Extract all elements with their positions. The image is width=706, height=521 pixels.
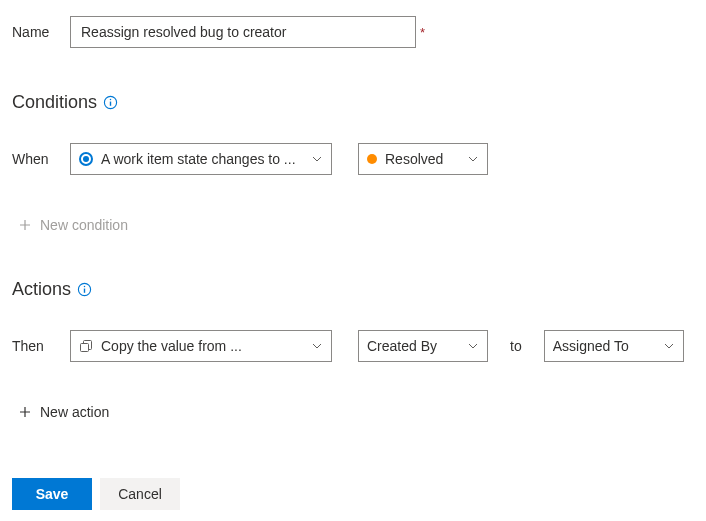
chevron-down-icon bbox=[467, 154, 479, 164]
plus-icon bbox=[18, 405, 32, 419]
footer: Save Cancel bbox=[12, 478, 694, 510]
conditions-heading: Conditions bbox=[12, 92, 694, 113]
svg-point-5 bbox=[84, 286, 86, 288]
name-input[interactable] bbox=[81, 24, 405, 40]
svg-point-2 bbox=[110, 99, 112, 101]
trigger-dropdown[interactable]: A work item state changes to ... bbox=[70, 143, 332, 175]
to-field-dropdown[interactable]: Assigned To bbox=[544, 330, 684, 362]
svg-rect-7 bbox=[81, 344, 89, 352]
then-row: Then Copy the value from ... Created By bbox=[12, 330, 694, 362]
chevron-down-icon bbox=[311, 341, 323, 351]
new-condition-button[interactable]: New condition bbox=[18, 217, 694, 233]
plus-icon bbox=[18, 218, 32, 232]
name-input-wrapper bbox=[70, 16, 416, 48]
chevron-down-icon bbox=[663, 341, 675, 351]
actions-heading-text: Actions bbox=[12, 279, 71, 300]
info-icon[interactable] bbox=[77, 282, 92, 297]
from-field-dropdown[interactable]: Created By bbox=[358, 330, 488, 362]
actions-heading: Actions bbox=[12, 279, 694, 300]
to-label: to bbox=[510, 338, 522, 354]
then-label: Then bbox=[12, 338, 70, 354]
radio-icon bbox=[79, 152, 93, 166]
new-condition-label: New condition bbox=[40, 217, 128, 233]
conditions-heading-text: Conditions bbox=[12, 92, 97, 113]
new-action-label: New action bbox=[40, 404, 109, 420]
chevron-down-icon bbox=[311, 154, 323, 164]
trigger-dropdown-label: A work item state changes to ... bbox=[101, 151, 296, 167]
when-label: When bbox=[12, 151, 70, 167]
name-label: Name bbox=[12, 24, 70, 40]
copy-icon bbox=[79, 339, 93, 353]
action-dropdown-label: Copy the value from ... bbox=[101, 338, 242, 354]
state-dropdown-label: Resolved bbox=[385, 151, 443, 167]
state-color-dot bbox=[367, 154, 377, 164]
name-row: Name * bbox=[12, 16, 694, 48]
state-dropdown[interactable]: Resolved bbox=[358, 143, 488, 175]
info-icon[interactable] bbox=[103, 95, 118, 110]
when-row: When A work item state changes to ... Re… bbox=[12, 143, 694, 175]
action-dropdown[interactable]: Copy the value from ... bbox=[70, 330, 332, 362]
cancel-button[interactable]: Cancel bbox=[100, 478, 180, 510]
chevron-down-icon bbox=[467, 341, 479, 351]
new-action-button[interactable]: New action bbox=[18, 404, 694, 420]
to-field-label: Assigned To bbox=[553, 338, 629, 354]
required-star: * bbox=[420, 25, 425, 40]
from-field-label: Created By bbox=[367, 338, 437, 354]
save-button[interactable]: Save bbox=[12, 478, 92, 510]
